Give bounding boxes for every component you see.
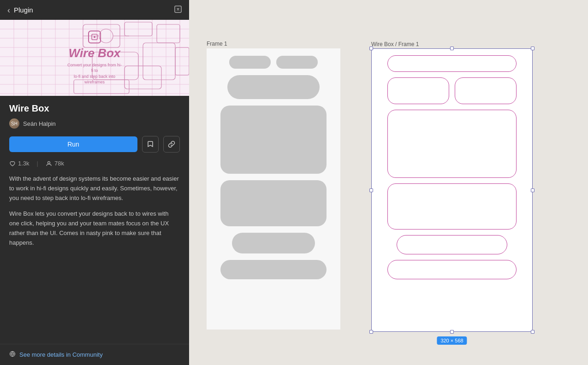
back-button[interactable]: ‹	[7, 6, 10, 14]
wire-rect1	[387, 77, 449, 104]
plugin-info: Wire Box SH Seán Halpin Run	[0, 96, 189, 344]
handle-tm	[450, 47, 454, 50]
plugin-author: SH Seán Halpin	[9, 118, 180, 129]
description-para2: Wire Box lets you convert your designs b…	[9, 209, 180, 247]
logo-icon	[88, 30, 101, 43]
dimension-badge: 320 × 568	[437, 336, 467, 345]
wire-card2	[387, 183, 517, 230]
handle-mr	[531, 188, 535, 192]
frame2-inner	[371, 48, 533, 332]
frame2-container: 320 × 568	[371, 48, 533, 332]
wire-pill3	[387, 260, 517, 279]
handle-ml	[369, 188, 373, 192]
handle-tr	[531, 47, 535, 50]
frame2-label-bar: Wire Box / Frame 1 </>	[371, 41, 588, 47]
globe-icon	[9, 351, 16, 359]
plugin-actions: Run	[9, 136, 180, 153]
description-para1: With the advent of design systems its be…	[9, 174, 180, 203]
banner-logo: Wire Box Convert your designs from hi-fi…	[67, 30, 122, 85]
frame1-large-pill	[227, 75, 320, 99]
frame1	[207, 48, 340, 330]
frame1-bottom-pill	[220, 260, 327, 279]
users-stat: 78k	[46, 160, 64, 167]
frame1-medium-card	[220, 180, 327, 226]
wire-pill2	[397, 235, 507, 254]
svg-point-36	[48, 161, 50, 164]
frame1-card	[220, 106, 327, 174]
svg-point-35	[94, 36, 95, 38]
handle-bl	[369, 330, 373, 334]
canvas-area: Frame 1 Wire Box / Frame 1 </>	[189, 0, 588, 365]
banner-subtitle: Convert your designs from hi-fi tolo-fi …	[67, 62, 122, 85]
frame1-top-row	[216, 56, 331, 69]
wire-card1	[387, 110, 517, 178]
avatar-image: SH	[9, 118, 19, 129]
stat-divider: |	[37, 160, 38, 167]
wire-pill1	[387, 55, 517, 72]
frame1-label: Frame 1	[207, 41, 227, 47]
plugin-footer: See more details in Community	[0, 344, 189, 365]
handle-bm	[450, 330, 454, 334]
likes-stat: 1.3k	[9, 160, 30, 167]
panel-title: Plugin	[14, 6, 33, 14]
link-button[interactable]	[163, 136, 180, 153]
frame1-pill2	[276, 56, 318, 69]
plugin-name: Wire Box	[9, 103, 180, 114]
author-name: Seán Halpin	[23, 120, 56, 127]
bookmark-button[interactable]	[142, 136, 159, 153]
header-left: ‹ Plugin	[7, 6, 33, 14]
frame1-small-pill	[232, 233, 315, 253]
likes-count: 1.3k	[18, 160, 30, 167]
banner-title: Wire Box	[67, 46, 122, 60]
plugin-stats: 1.3k | 78k	[9, 160, 180, 167]
plugin-banner: Wire Box Convert your designs from hi-fi…	[0, 20, 189, 96]
wire-rect2	[455, 77, 517, 104]
plugin-header: ‹ Plugin	[0, 0, 189, 20]
wire-row1	[387, 77, 517, 104]
frame2-label: Wire Box / Frame 1	[371, 41, 419, 47]
run-button[interactable]: Run	[9, 136, 137, 152]
community-link[interactable]: See more details in Community	[19, 351, 103, 358]
handle-tl	[369, 47, 373, 50]
plugin-panel: ‹ Plugin	[0, 0, 189, 365]
frame1-pill1	[229, 56, 271, 69]
close-button[interactable]	[174, 6, 182, 14]
handle-br	[531, 330, 535, 334]
users-count: 78k	[54, 160, 64, 167]
author-avatar: SH	[9, 118, 19, 129]
